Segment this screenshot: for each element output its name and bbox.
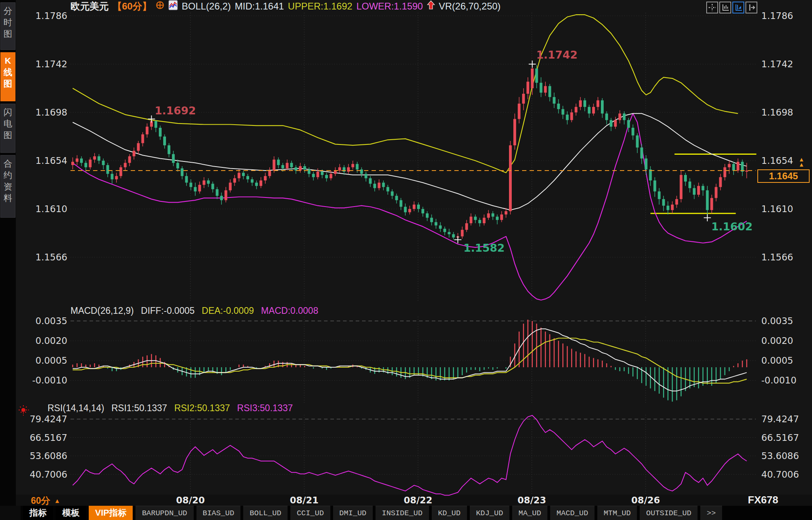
vr-label: VR(26,70,250) (439, 1, 501, 12)
boll-lower-value: LOWER:1.1590 (356, 1, 423, 12)
up-arrow-icon (427, 0, 435, 12)
svg-text:-0.0010: -0.0010 (32, 375, 67, 385)
svg-text:66.5167: 66.5167 (30, 433, 67, 443)
tabbar-spacer (0, 506, 21, 520)
svg-text:40.7006: 40.7006 (761, 469, 799, 480)
svg-text:1.1610: 1.1610 (761, 204, 793, 214)
sidebar-item-1[interactable]: K线图 (0, 52, 15, 101)
svg-text:08/26: 08/26 (631, 495, 660, 505)
sidebar-item-0[interactable]: 分时图 (0, 2, 15, 50)
bottom-tab-3[interactable]: BARUPDN_UD (135, 506, 193, 520)
mini-chart-icon[interactable] (168, 0, 178, 13)
svg-text:1.1566: 1.1566 (36, 252, 67, 262)
bottom-tab-13[interactable]: MTM_UD (597, 506, 637, 520)
trading-app: { "header": { "symbol": "欧元美元", "period"… (0, 0, 812, 520)
svg-text:1.1582: 1.1582 (463, 242, 505, 254)
svg-text:1.1698: 1.1698 (36, 107, 67, 118)
svg-text:1.1692: 1.1692 (154, 104, 196, 117)
current-price-box: 1.1645 (757, 169, 810, 183)
bottom-tab-9[interactable]: KD_UD (432, 506, 467, 520)
sidebar-item-3[interactable]: 合约资料 (0, 155, 15, 218)
svg-text:1.1786: 1.1786 (761, 11, 793, 21)
macd-title: MACD(26,12,9) (71, 306, 134, 316)
macd-diff-value: DIFF:-0.0005 (141, 306, 195, 316)
svg-text:0.0035: 0.0035 (36, 316, 67, 326)
svg-text:53.6086: 53.6086 (761, 451, 799, 461)
svg-text:0.0020: 0.0020 (761, 336, 793, 346)
boll-label: BOLL(26,2) (182, 1, 231, 12)
svg-text:79.4247: 79.4247 (30, 414, 67, 424)
shift-axis-icon[interactable] (745, 2, 757, 13)
symbol-name: 欧元美元 (71, 0, 109, 13)
svg-text:0.0005: 0.0005 (761, 355, 793, 366)
bottom-tab-1[interactable]: 模板 (56, 506, 86, 520)
indicator-tabbar: 指标模板VIP指标BARUPDN_UDBIAS_UDBOLL_UDCCI_UDD… (0, 506, 812, 520)
bottom-tab-15[interactable]: >> (700, 506, 722, 520)
svg-text:1.1742: 1.1742 (36, 59, 67, 69)
svg-text:1.1742: 1.1742 (536, 49, 578, 61)
svg-text:0.0035: 0.0035 (761, 316, 793, 326)
boll-upper-value: UPPER:1.1692 (288, 1, 353, 12)
svg-text:0.0020: 0.0020 (36, 336, 67, 346)
svg-text:1.1602: 1.1602 (711, 220, 753, 233)
svg-text:1.1654: 1.1654 (36, 156, 67, 166)
chart-canvas[interactable]: 1.16921.17421.15821.16021.17861.17861.17… (0, 0, 812, 506)
footer-period[interactable]: 60分 ▲ (31, 495, 60, 507)
sidebar-item-2[interactable]: 闪电图 (0, 104, 15, 153)
macd-macd-value: MACD:0.0008 (261, 306, 318, 316)
macd-header: MACD(26,12,9) DIFF:-0.0005 DEA:-0.0009 M… (71, 306, 318, 316)
svg-text:1.1742: 1.1742 (761, 59, 793, 69)
axis-chart-icon[interactable] (719, 2, 731, 13)
svg-text:79.4247: 79.4247 (761, 414, 799, 424)
svg-text:66.5167: 66.5167 (761, 433, 799, 443)
bottom-tab-14[interactable]: OUTSIDE_UD (640, 506, 698, 520)
svg-text:08/20: 08/20 (176, 495, 205, 505)
bottom-tab-12[interactable]: MACD_UD (550, 506, 595, 520)
svg-text:08/23: 08/23 (517, 495, 546, 505)
view-toolbar (706, 2, 757, 13)
bottom-tab-7[interactable]: DMI_UD (333, 506, 373, 520)
filled-chart-icon[interactable] (732, 2, 744, 13)
bottom-tab-2[interactable]: VIP指标 (89, 506, 133, 520)
svg-text:0.0005: 0.0005 (36, 355, 67, 366)
period-label: 【60分】 (112, 0, 152, 13)
alert-sun-icon[interactable] (17, 404, 29, 418)
bottom-tab-10[interactable]: KDJ_UD (470, 506, 509, 520)
pan-cross-icon[interactable] (706, 2, 718, 13)
macd-dea-value: DEA:-0.0009 (202, 306, 254, 316)
sidebar: 分时图K线图闪电图合约资料 (0, 0, 16, 520)
bottom-tab-0[interactable]: 指标 (23, 506, 53, 520)
triangle-up-icon: ▲ (54, 497, 61, 505)
bottom-tab-5[interactable]: BOLL_UD (243, 506, 288, 520)
svg-text:1.1786: 1.1786 (36, 11, 67, 21)
svg-text:-0.0010: -0.0010 (761, 375, 797, 385)
bottom-tab-11[interactable]: MA_UD (512, 506, 547, 520)
rsi1-value: RSI1:50.1337 (111, 403, 167, 414)
boll-mid-value: MID:1.1641 (235, 1, 284, 12)
price-up-arrows-icon: ▲▲ (799, 157, 804, 167)
bottom-tab-4[interactable]: BIAS_UD (196, 506, 241, 520)
current-price-value: 1.1645 (769, 171, 798, 182)
svg-text:40.7006: 40.7006 (30, 469, 67, 480)
svg-text:1.1610: 1.1610 (36, 204, 67, 214)
rsi-title: RSI(14,14,14) (48, 403, 104, 414)
svg-text:08/21: 08/21 (290, 495, 318, 505)
svg-text:1.1566: 1.1566 (761, 252, 793, 262)
svg-text:1.1654: 1.1654 (761, 156, 793, 166)
svg-text:08/22: 08/22 (404, 495, 432, 505)
rsi3-value: RSI3:50.1337 (237, 403, 293, 414)
bottom-tab-6[interactable]: CCI_UD (290, 506, 330, 520)
bottom-tab-8[interactable]: INSIDE_UD (376, 506, 429, 520)
chart-header: 欧元美元 【60分】 BOLL(26,2) MID:1.1641 UPPER:1… (71, 1, 501, 12)
rsi2-value: RSI2:50.1337 (174, 403, 230, 414)
footer-period-label: 60分 (31, 495, 50, 507)
target-icon[interactable] (156, 1, 164, 12)
svg-text:53.6086: 53.6086 (30, 451, 67, 461)
rsi-header: RSI(14,14,14) RSI1:50.1337 RSI2:50.1337 … (48, 403, 293, 413)
svg-text:1.1698: 1.1698 (761, 107, 793, 118)
brand-watermark: FX678 (748, 494, 778, 506)
